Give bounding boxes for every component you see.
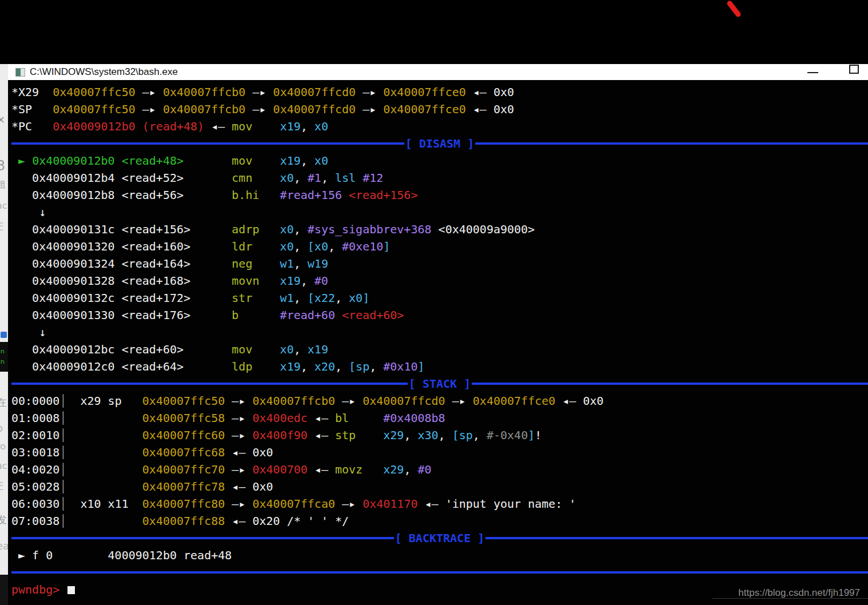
background-fragment: ac bbox=[0, 201, 7, 210]
stack-line: 00:0000│ x29 sp 0x40007ffc50 —▸ 0x40007f… bbox=[11, 392, 868, 409]
background-fragment: 3 bbox=[0, 159, 5, 173]
disasm-line: 0x40009012b8 <read+56> b.hi #read+156 <r… bbox=[11, 186, 868, 204]
disasm-line: 0x40009012c0 <read+64> ldp x19, x20, [sp… bbox=[11, 358, 868, 375]
disasm-branch-arrow: ↓ bbox=[11, 324, 868, 341]
background-fragment: E bbox=[0, 221, 4, 232]
backtrace-line: ► f 0 40009012b0 read+48 bbox=[11, 547, 868, 564]
terminal-body[interactable]: *X29 0x40007ffc50 —▸ 0x40007ffcb0 —▸ 0x4… bbox=[8, 80, 868, 605]
disasm-line: 0x40009012b4 <read+52> cmn x0, #1, lsl #… bbox=[11, 169, 868, 186]
background-fragment: un bbox=[0, 348, 5, 355]
background-dark-sliver bbox=[0, 575, 8, 605]
background-terminal-sliver bbox=[0, 342, 8, 372]
background-fragment: × bbox=[0, 114, 5, 125]
register-line-x29: *X29 0x40007ffc50 —▸ 0x40007ffcb0 —▸ 0x4… bbox=[11, 83, 868, 101]
disasm-line: 0x4000901328 <read+168> movn x19, #0 bbox=[11, 272, 868, 289]
stack-line: 05:0028│ 0x40007ffc78 ◂— 0x0 bbox=[11, 478, 868, 495]
disasm-line: 0x400090132c <read+172> str w1, [x22, x0… bbox=[11, 289, 868, 307]
disasm-line: 0x4000901320 <read+160> ldr x0, [x0, #0x… bbox=[11, 238, 868, 255]
section-separator: [ BACKTRACE ] bbox=[11, 530, 868, 547]
background-fragment: o bbox=[0, 423, 3, 433]
console-window: C:\WINDOWS\system32\bash.exe *X29 0x4000… bbox=[8, 64, 868, 605]
disasm-line: 0x400090131c <read+156> adrp x0, #sys_si… bbox=[11, 221, 868, 238]
section-label: [ DISASM ] bbox=[404, 137, 475, 150]
stack-line: 03:0018│ 0x40007ffc68 ◂— 0x0 bbox=[11, 444, 868, 461]
window-title: C:\WINDOWS\system32\bash.exe bbox=[30, 66, 178, 78]
section-label: [ BACKTRACE ] bbox=[394, 531, 486, 545]
section-separator: [ DISASM ] bbox=[11, 135, 868, 152]
stack-line: 06:0030│ x10 x11 0x40007ffc80 —▸ 0x40007… bbox=[11, 495, 868, 512]
background-fragment: ro bbox=[0, 442, 6, 451]
titlebar[interactable]: C:\WINDOWS\system32\bash.exe bbox=[8, 64, 868, 80]
stack-line: 01:0008│ 0x40007ffc58 —▸ 0x400edc ◂— bl … bbox=[11, 409, 868, 427]
bash-icon bbox=[15, 68, 25, 77]
background-fragment: un bbox=[0, 359, 5, 365]
terminal-cursor[interactable] bbox=[67, 586, 75, 594]
register-line-sp: *SP 0x40007ffc50 —▸ 0x40007ffcb0 —▸ 0x40… bbox=[11, 101, 868, 118]
background-fragment: ac bbox=[0, 461, 7, 471]
section-separator: [ STACK ] bbox=[11, 375, 868, 392]
disasm-line: 0x4000901324 <read+164> neg w1, w19 bbox=[11, 255, 868, 272]
watermark: https://blog.csdn.net/fjh1997 bbox=[738, 587, 860, 599]
background-fragment: 在 bbox=[0, 397, 7, 408]
disasm-branch-arrow: ↓ bbox=[11, 204, 868, 221]
disasm-line: 0x40009012bc <read+60> mov x0, x19 bbox=[11, 341, 868, 358]
register-line-pc: *PC 0x40009012b0 (read+48) ◂— mov x19, x… bbox=[11, 118, 868, 135]
background-window-strip: ×3粗acElunun在oroacE发ea bbox=[0, 64, 8, 605]
background-fragment: ea bbox=[0, 541, 8, 551]
section-label: [ STACK ] bbox=[408, 377, 472, 391]
background-favicon bbox=[1, 332, 7, 338]
section-separator bbox=[11, 564, 868, 581]
minimize-icon[interactable] bbox=[807, 72, 818, 73]
stack-line: 04:0020│ 0x40007ffc70 —▸ 0x400700 ◂— mov… bbox=[11, 461, 868, 478]
disasm-line-current: ► 0x40009012b0 <read+48> mov x19, x0 bbox=[11, 152, 868, 169]
background-fragment: E bbox=[0, 480, 4, 492]
background-fragment: 粗 bbox=[0, 180, 6, 189]
stack-line: 02:0010│ 0x40007ffc60 —▸ 0x400f90 ◂— stp… bbox=[11, 427, 868, 444]
background-fragment: 发 bbox=[0, 515, 7, 525]
disasm-line: 0x4000901330 <read+176> b #read+60 <read… bbox=[11, 307, 868, 324]
maximize-icon[interactable] bbox=[849, 65, 859, 74]
stack-line: 07:0038│ 0x40007ffc88 ◂— 0x20 /* ' ' */ bbox=[11, 512, 868, 530]
